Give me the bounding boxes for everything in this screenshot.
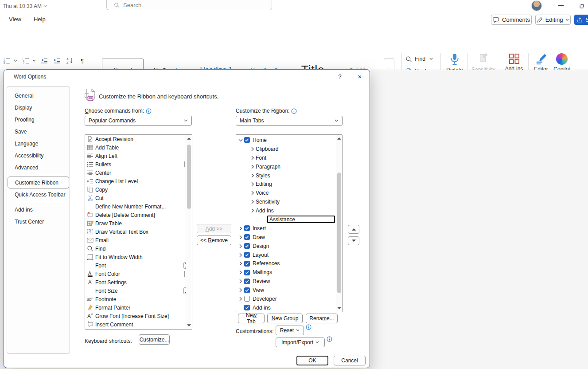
command-item-font-color[interactable]: AFont Color: [85, 270, 192, 278]
command-item-grow-font-increase-font-size[interactable]: AGrow Font [Increase Font Size]: [85, 312, 192, 320]
ribbon-tree-item-assistance[interactable]: Assistance: [236, 215, 342, 224]
import-export-button[interactable]: Import/Export: [276, 338, 325, 347]
sidebar-item-language[interactable]: Language: [7, 137, 70, 149]
command-item-email[interactable]: Email: [85, 236, 192, 244]
ribbon-tree-item-clipboard[interactable]: Clipboard: [236, 145, 342, 153]
ribbon-tree-item-design[interactable]: Design: [236, 242, 342, 251]
sidebar-item-proofing[interactable]: Proofing: [7, 114, 70, 126]
command-item-format-painter[interactable]: Format Painter: [85, 303, 192, 312]
chevron-right-icon[interactable]: [238, 226, 244, 231]
move-up-button[interactable]: [348, 225, 359, 234]
chevron-down-icon[interactable]: [14, 59, 17, 62]
addins-button[interactable]: Add-ins: [501, 53, 527, 72]
ribbon-tree-item-view[interactable]: View: [236, 286, 342, 294]
checkbox-design[interactable]: [244, 243, 250, 249]
chevron-right-icon[interactable]: [238, 279, 244, 283]
chevron-right-icon[interactable]: [249, 200, 256, 204]
scroll-up-icon[interactable]: [336, 135, 342, 141]
scrollbar-thumb[interactable]: [337, 173, 341, 293]
new-tab-button[interactable]: New Tab: [238, 314, 265, 323]
chevron-right-icon[interactable]: [238, 261, 244, 266]
command-item-add-table[interactable]: Add Table: [85, 143, 192, 152]
menu-item-help[interactable]: Help: [34, 16, 46, 23]
scroll-up-icon[interactable]: [186, 135, 192, 141]
ribbon-tree-item-home[interactable]: Home: [236, 136, 342, 145]
numbered-list-icon[interactable]: 123: [3, 57, 12, 65]
editing-mode-button[interactable]: Editing: [535, 15, 571, 25]
chevron-right-icon[interactable]: [238, 270, 244, 275]
ribbon-tree-item-review[interactable]: Review: [236, 277, 342, 286]
tree-scrollbar[interactable]: [336, 135, 342, 312]
chevron-right-icon[interactable]: [238, 253, 244, 257]
decrease-indent-icon[interactable]: [40, 57, 49, 65]
chevron-right-icon[interactable]: [238, 244, 244, 248]
autosave-timestamp[interactable]: Thu at 10:33 AM: [3, 3, 47, 9]
command-item-draw-vertical-text-box[interactable]: Draw Vertical Text Box: [85, 228, 192, 236]
menu-item-view[interactable]: View: [9, 16, 21, 23]
increase-indent-icon[interactable]: [53, 57, 62, 65]
chevron-right-icon[interactable]: [249, 208, 256, 213]
chevron-right-icon[interactable]: [249, 156, 256, 160]
search-input[interactable]: Search: [106, 0, 272, 10]
chevron-right-icon[interactable]: [249, 182, 256, 186]
keyboard-customize-button[interactable]: Customize...: [139, 334, 170, 345]
sidebar-item-advanced[interactable]: Advanced: [7, 161, 70, 173]
share-button[interactable]: Share: [574, 15, 588, 25]
sidebar-item-trust-center[interactable]: Trust Center: [7, 216, 70, 228]
ribbon-tree-item-references[interactable]: References: [236, 259, 342, 268]
reset-button[interactable]: Reset: [276, 326, 304, 335]
command-item-change-list-level[interactable]: Change List Level: [85, 177, 192, 185]
scroll-down-icon[interactable]: [186, 322, 192, 329]
info-icon[interactable]: [306, 324, 312, 330]
chevron-right-icon[interactable]: [249, 165, 256, 169]
checkbox-layout[interactable]: [244, 252, 250, 258]
info-icon[interactable]: [146, 108, 152, 114]
ribbon-tree-item-add-ins[interactable]: Add-ins: [236, 206, 342, 215]
ribbon-tree-item-mailings[interactable]: Mailings: [236, 268, 342, 277]
chevron-down-icon[interactable]: [32, 59, 36, 62]
ok-button[interactable]: OK: [296, 356, 328, 365]
ribbon-tree-item-developer[interactable]: Developer: [236, 294, 342, 303]
ribbon-tree-item-font[interactable]: Font: [236, 153, 342, 162]
sort-icon[interactable]: AZ: [66, 57, 74, 65]
customize-ribbon-dropdown[interactable]: Main Tabs: [236, 116, 343, 126]
checkbox-references[interactable]: [244, 261, 250, 267]
ribbon-tree-item-paragraph[interactable]: Paragraph: [236, 162, 342, 171]
command-item-delete-delete-comment[interactable]: Delete [Delete Comment]: [85, 211, 192, 219]
multilevel-list-icon[interactable]: 1ai: [21, 57, 30, 65]
minimize-button[interactable]: [555, 1, 567, 10]
ribbon-tree-item-editing[interactable]: Editing: [236, 180, 342, 188]
user-avatar[interactable]: [531, 0, 542, 11]
ribbon-tree-item-insert[interactable]: Insert: [236, 224, 342, 233]
checkbox-draw[interactable]: [244, 234, 250, 240]
cancel-button[interactable]: Cancel: [334, 356, 366, 365]
checkbox-insert[interactable]: [244, 225, 250, 231]
checkbox-add-ins[interactable]: [244, 305, 250, 310]
scrollbar-thumb[interactable]: [187, 145, 191, 209]
checkbox-home[interactable]: [244, 137, 250, 143]
checkbox-mailings[interactable]: [244, 270, 250, 275]
command-item-copy[interactable]: Copy: [85, 185, 192, 194]
dialog-close-button[interactable]: ×: [355, 71, 365, 81]
scroll-down-icon[interactable]: [336, 305, 342, 311]
paragraph-mark-icon[interactable]: ¶: [78, 57, 87, 65]
command-item-fit-to-window-width[interactable]: Fit to Window Width: [85, 253, 192, 261]
rename-input[interactable]: Assistance: [267, 216, 335, 223]
command-item-bullets[interactable]: Bullets: [85, 160, 192, 169]
command-item-footnote[interactable]: ab1Footnote: [85, 295, 192, 303]
add-button[interactable]: Add >>: [197, 224, 231, 233]
chevron-right-icon[interactable]: [249, 147, 256, 151]
sidebar-item-customize-ribbon[interactable]: Customize Ribbon: [8, 177, 69, 188]
sidebar-item-quick-access-toolbar[interactable]: Quick Access Toolbar: [7, 188, 70, 200]
info-icon[interactable]: [291, 108, 297, 114]
restore-button[interactable]: [576, 1, 588, 10]
sidebar-item-display[interactable]: Display: [7, 102, 70, 114]
dialog-help-button[interactable]: ?: [335, 72, 344, 81]
command-item-align-left[interactable]: Align Left: [85, 152, 192, 160]
ribbon-tree-item-sensitivity[interactable]: Sensitivity: [236, 197, 342, 206]
command-item-cut[interactable]: Cut: [85, 194, 192, 202]
checkbox-review[interactable]: [244, 279, 250, 284]
ribbon-tree-item-layout[interactable]: Layout: [236, 251, 342, 259]
comments-button[interactable]: Comments: [491, 15, 532, 25]
command-item-font[interactable]: Font: [85, 261, 192, 270]
